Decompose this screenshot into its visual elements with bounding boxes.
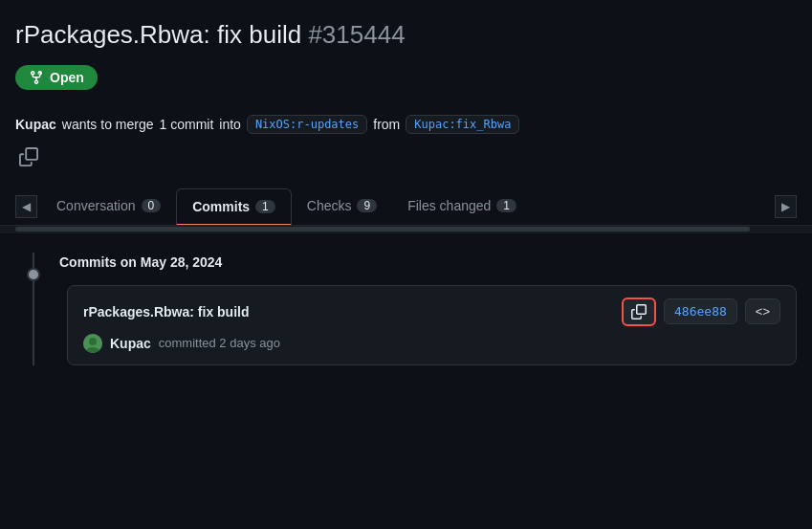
copy-commit-icon [631,304,647,320]
tab-files-changed-label: Files changed [407,198,491,213]
tab-conversation-label: Conversation [56,198,136,213]
tab-checks[interactable]: Checks 9 [292,188,392,225]
scroll-left-button[interactable]: ◀ [15,195,37,218]
commit-card-top: rPackages.Rbwa: fix build 486ee88 <> [83,298,780,326]
avatar [83,334,102,353]
merge-action-text: wants to merge [62,117,154,132]
commit-actions: 486ee88 <> [622,298,780,326]
from-text: from [373,117,400,132]
pr-number: #315444 [308,20,405,49]
into-text: into [219,117,241,132]
git-merge-icon [29,70,44,85]
merge-info: Kupac wants to merge 1 commit into NixOS… [15,115,797,134]
source-branch[interactable]: Kupac:fix_Rbwa [406,115,519,134]
pr-title: rPackages.Rbwa: fix build #315444 [15,19,797,52]
tabs-row: Conversation 0 Commits 1 Checks 9 Files … [41,188,771,225]
commits-content: Commits on May 28, 2024 rPackages.Rbwa: … [15,233,797,385]
status-badge: Open [15,65,98,90]
copy-icon [19,147,38,166]
commit-meta: committed 2 days ago [159,336,280,350]
tabs-container: ◀ Conversation 0 Commits 1 Checks 9 File… [0,188,812,226]
commit-hash-button[interactable]: 486ee88 [664,298,737,324]
tab-files-changed[interactable]: Files changed 1 [392,188,532,225]
commit-author: Kupac [110,336,151,351]
browse-tree-icon: <> [756,304,770,319]
browse-tree-button[interactable]: <> [745,298,780,324]
svg-point-1 [89,338,97,345]
commit-count-text: 1 commit [160,117,214,132]
tab-checks-badge: 9 [357,199,377,212]
status-badge-label: Open [50,70,84,85]
tab-commits[interactable]: Commits 1 [176,188,292,225]
tab-commits-label: Commits [192,199,250,214]
avatar-icon [83,334,102,353]
commit-card: rPackages.Rbwa: fix build 486ee88 <> [67,285,797,365]
pr-title-text: rPackages.Rbwa: fix build [15,20,301,49]
tab-conversation-badge: 0 [142,199,162,212]
timeline-col [19,253,48,365]
pr-author: Kupac [15,117,56,132]
commits-date-label: Commits on May 28, 2024 [59,254,222,270]
tab-checks-label: Checks [307,198,352,213]
target-branch[interactable]: NixOS:r-updates [247,115,367,134]
tab-files-changed-badge: 1 [496,199,516,212]
tab-commits-badge: 1 [255,200,275,213]
tab-conversation[interactable]: Conversation 0 [41,188,176,225]
commit-title: rPackages.Rbwa: fix build [83,304,250,320]
scroll-right-button[interactable]: ▶ [775,195,797,218]
copy-branch-button[interactable] [15,143,42,173]
copy-commit-button[interactable] [622,298,656,326]
commit-card-bottom: Kupac committed 2 days ago [83,334,780,353]
